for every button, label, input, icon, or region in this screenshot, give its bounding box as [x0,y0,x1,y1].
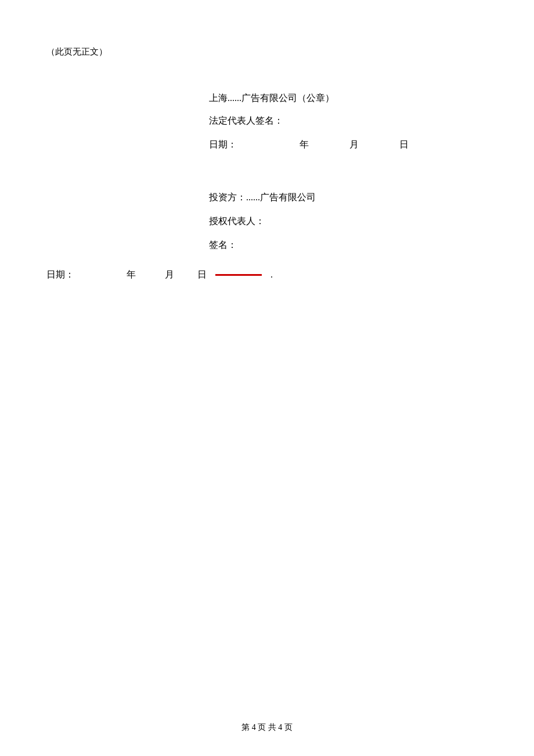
legal-rep-label: 法定代表人签名： [209,115,283,127]
signature-row: 签名： [209,239,488,251]
company-block: 上海......广告有限公司（公章） 法定代表人签名： 日期： 年 月 日 [209,92,488,151]
bottom-date-section: 日期： 年 月 日 . [46,269,488,281]
company-name: 上海......广告有限公司（公章） [209,92,488,105]
red-underline-decoration [215,274,262,276]
investor-label: 投资方：......广告有限公司 [209,192,316,204]
bottom-date-month: 月 [165,269,174,281]
bottom-date-day: 日 [197,269,207,281]
company-date-label: 日期： [209,139,237,151]
right-section: 上海......广告有限公司（公章） 法定代表人签名： 日期： 年 月 日 投资… [209,92,488,251]
signature-label: 签名： [209,239,237,251]
bottom-date-year: 年 [127,269,136,281]
authorized-rep-label: 授权代表人： [209,215,265,228]
company-date-year: 年 [293,139,316,151]
bottom-date-line: 日期： 年 月 日 . [46,269,488,281]
footer-text: 第 4 页 共 4 页 [241,723,293,732]
bottom-date-label: 日期： [46,269,74,281]
authorized-rep-row: 授权代表人： [209,215,488,228]
company-date-month: 月 [342,139,366,151]
legal-rep-row: 法定代表人签名： [209,115,488,127]
no-content-note: （此页无正文） [46,46,488,57]
page-container: （此页无正文） 上海......广告有限公司（公章） 法定代表人签名： 日期： … [0,0,534,756]
company-date-row: 日期： 年 月 日 [209,139,488,151]
investor-block: 投资方：......广告有限公司 授权代表人： 签名： [209,192,488,251]
investor-row: 投资方：......广告有限公司 [209,192,488,204]
company-date-day: 日 [392,139,416,151]
page-footer: 第 4 页 共 4 页 [0,722,534,733]
bottom-date-dot: . [270,269,273,280]
